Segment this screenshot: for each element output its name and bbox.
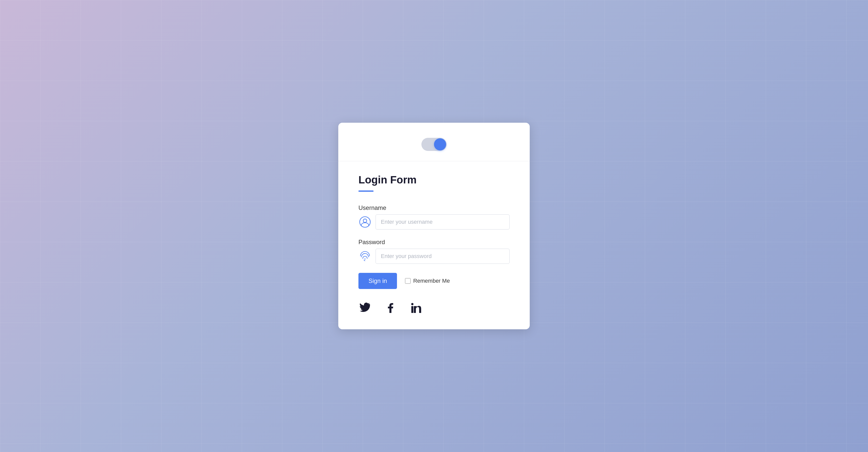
username-group: Username: [359, 204, 509, 230]
theme-toggle-wrapper: [422, 138, 446, 151]
linkedin-icon[interactable]: [410, 302, 423, 314]
user-icon: [359, 215, 372, 229]
theme-toggle[interactable]: [422, 138, 446, 151]
password-input-row: [359, 249, 509, 264]
actions-row: Sign in Remember Me: [359, 273, 509, 289]
title-underline: [359, 190, 374, 192]
password-label: Password: [359, 239, 509, 246]
card-top: [338, 123, 530, 161]
svg-point-1: [363, 219, 367, 222]
remember-me-text: Remember Me: [413, 278, 450, 284]
login-card: Login Form Username Password: [338, 123, 530, 329]
toggle-knob: [434, 138, 446, 150]
form-title: Login Form: [359, 174, 509, 186]
svg-point-4: [411, 303, 413, 305]
remember-me-label[interactable]: Remember Me: [405, 278, 450, 284]
svg-rect-3: [411, 306, 413, 313]
username-input-row: [359, 214, 509, 230]
svg-point-2: [365, 259, 366, 260]
twitter-icon[interactable]: [359, 302, 371, 314]
username-label: Username: [359, 204, 509, 211]
password-input[interactable]: [376, 249, 509, 264]
username-input[interactable]: [376, 214, 509, 230]
remember-me-checkbox[interactable]: [405, 278, 410, 284]
social-icons-row: [359, 302, 509, 314]
sign-in-button[interactable]: Sign in: [359, 273, 397, 289]
password-group: Password: [359, 239, 509, 264]
facebook-icon[interactable]: [384, 302, 397, 314]
fingerprint-icon: [359, 250, 372, 263]
card-body: Login Form Username Password: [338, 161, 530, 329]
